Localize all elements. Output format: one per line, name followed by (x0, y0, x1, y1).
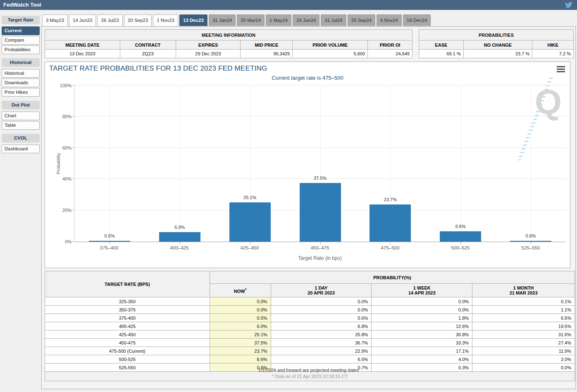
probabilities-title: PROBABILITIES (419, 30, 574, 40)
col-no-change: NO CHANGE (463, 40, 532, 50)
bar-value-label: 23.7% (355, 197, 425, 202)
col-meeting-date: MEETING DATE (45, 40, 120, 50)
app-title: FedWatch Tool (3, 2, 41, 8)
col-ease: EASE (419, 40, 464, 50)
tab-31jul24[interactable]: 31 Jul24 (321, 14, 346, 26)
table-row: 325-3500.0%0.0%0.0%0.1% (45, 297, 575, 306)
col-prior-volume: PRIOR VOLUME (293, 40, 368, 50)
tab-13dec23-selected[interactable]: 13 Dec23 (179, 14, 207, 26)
meeting-date-value: 13 Dec 2023 (45, 50, 120, 58)
tab-20mar24[interactable]: 20 Mar24 (237, 14, 265, 26)
bar-value-label: 6.6% (425, 224, 496, 229)
sidebar-item-probabilities[interactable]: Probabilities (2, 45, 40, 54)
bar-slot-525-550: 0.6% (496, 86, 566, 242)
probability-bar[interactable] (159, 232, 200, 242)
probability-bar[interactable] (89, 241, 130, 242)
probability-bar[interactable] (229, 202, 271, 242)
col-mid-price: MID PRICE (241, 40, 293, 50)
tab-19jun24[interactable]: 19 Jun24 (293, 14, 319, 26)
y-tick-60: 60% (47, 145, 72, 150)
probability-bar[interactable] (440, 231, 481, 242)
bar-slot-475-500: 23.7% (355, 86, 425, 242)
fedwatch-page: FedWatch Tool Target Rate Current Compar… (0, 0, 577, 392)
tab-14jun23[interactable]: 14 Jun23 (69, 14, 96, 26)
x-cat: 525–550 (496, 245, 566, 250)
tab-20sep23[interactable]: 20 Sep23 (124, 14, 152, 26)
x-cat: 425–450 (215, 245, 285, 250)
probability-bar[interactable] (300, 183, 341, 242)
table-row: 350-3750.0%0.0%0.0%1.1% (45, 306, 575, 314)
tab-25sep24[interactable]: 25 Sep24 (348, 14, 375, 26)
table-row: 400-4256.0%6.8%12.6%19.5% (45, 322, 575, 330)
table-row: 375-4000.5%0.6%1.8%6.5% (45, 314, 575, 322)
prior-volume-value: 5,600 (293, 50, 368, 58)
sidebar-item-historical[interactable]: Historical (2, 69, 40, 78)
app-header: FedWatch Tool (0, 0, 577, 10)
x-cat: 375–400 (74, 245, 144, 250)
no-change-value: 23.7 % (463, 50, 532, 58)
col-group-probability: PROBABILITY(%) (210, 271, 575, 284)
sidebar-header-cvol: CVOL (2, 134, 40, 143)
x-cat: 475–500 (355, 245, 425, 250)
sidebar: Target Rate Current Compare Probabilitie… (2, 16, 40, 154)
chart-plot-area: 0% 20% 40% 60% 80% 100% 0.5% 6.0% (74, 86, 566, 242)
col-target-rate-bps: TARGET RATE (BPS) (45, 271, 210, 297)
bar-value-label: 6.0% (145, 225, 215, 230)
bar-slot-400-425: 6.0% (145, 86, 215, 242)
bar-slot-500-525: 6.6% (425, 86, 496, 242)
contract-value: ZQZ3 (120, 50, 176, 58)
table-row-current: 475-500 (Current)23.7%22.9%17.1%11.9% (45, 347, 575, 355)
y-tick-20: 20% (47, 208, 72, 213)
expires-value: 29 Dec 2023 (176, 50, 241, 58)
sidebar-item-current[interactable]: Current (2, 26, 40, 35)
y-tick-0: 0% (47, 239, 72, 244)
meeting-date-tabs: 3 May23 14 Jun23 26 Jul23 20 Sep23 1 Nov… (42, 14, 432, 26)
sidebar-item-table[interactable]: Table (2, 121, 40, 130)
probability-bar[interactable] (370, 204, 411, 242)
x-cat: 500–525 (425, 245, 496, 250)
bar-value-label: 0.6% (496, 233, 566, 238)
sidebar-item-dashboard[interactable]: Dashboard (2, 145, 40, 153)
probability-bar[interactable] (510, 241, 551, 242)
tab-1nov23[interactable]: 1 Nov23 (153, 14, 178, 26)
mid-price-value: 95.3425 (241, 50, 293, 58)
col-1-month: 1 MONTH21 MAR 2023 (472, 284, 575, 297)
tab-31jan24[interactable]: 31 Jan24 (209, 14, 236, 26)
chart-title: TARGET RATE PROBABILITIES FOR 13 DEC 202… (49, 64, 267, 73)
meeting-information-title: MEETING INFORMATION (45, 30, 412, 40)
col-prior-oi: PRIOR OI (368, 40, 412, 50)
col-now: NOW* (210, 284, 271, 297)
tab-26jul23[interactable]: 26 Jul23 (97, 14, 122, 26)
sidebar-item-prior-hikes[interactable]: Prior Hikes (2, 88, 40, 97)
col-1-day: 1 DAY20 APR 2023 (271, 284, 372, 297)
probability-detail-table: TARGET RATE (BPS) PROBABILITY(%) NOW* 1 … (45, 271, 575, 381)
tab-1may24[interactable]: 1 May24 (266, 14, 291, 26)
sidebar-item-downloads[interactable]: Downloads (2, 78, 40, 87)
tab-6nov24[interactable]: 6 Nov24 (377, 14, 402, 26)
main-panel: MEETING INFORMATION MEETING DATE CONTRAC… (41, 26, 576, 389)
x-axis-title: Target Rate (in bps) (74, 255, 566, 261)
bar-slot-450-475: 37.5% (285, 86, 355, 242)
table-row: 450-47537.5%36.7%33.3%27.4% (45, 339, 575, 347)
y-tick-40: 40% (47, 176, 72, 181)
chart-menu-icon[interactable] (557, 66, 565, 72)
tab-3may23[interactable]: 3 May23 (42, 14, 68, 26)
bar-slot-425-450: 25.1% (215, 86, 285, 242)
table-row: 425-45025.1%25.8%30.8%31.6% (45, 330, 575, 339)
x-axis-categories: 375–400 400–425 425–450 450–475 475–500 … (74, 245, 566, 250)
tab-18dec24[interactable]: 18 Dec24 (403, 14, 431, 26)
table-row: 500-5256.6%6.5%4.0%2.0% (45, 355, 575, 363)
sidebar-header-historical: Historical (2, 58, 40, 67)
bar-value-label: 0.5% (74, 233, 145, 238)
col-hike: HIKE (532, 40, 574, 50)
prior-oi-value: 24,649 (368, 50, 412, 58)
data-as-of-footnote: * Data as of 21 Apr 2023 12:18:15 CT (45, 372, 575, 381)
sidebar-header-target-rate: Target Rate (2, 16, 40, 24)
twitter-icon[interactable] (565, 1, 573, 9)
sidebar-item-compare[interactable]: Compare (2, 36, 40, 45)
projection-note: 1/1/2024 and forward are projected meeti… (42, 368, 575, 373)
probabilities-summary-table: PROBABILITIES EASE NO CHANGE HIKE 69.1 %… (419, 29, 574, 58)
y-tick-100: 100% (47, 83, 72, 88)
sidebar-item-chart[interactable]: Chart (2, 112, 40, 120)
ease-value: 69.1 % (419, 50, 464, 58)
